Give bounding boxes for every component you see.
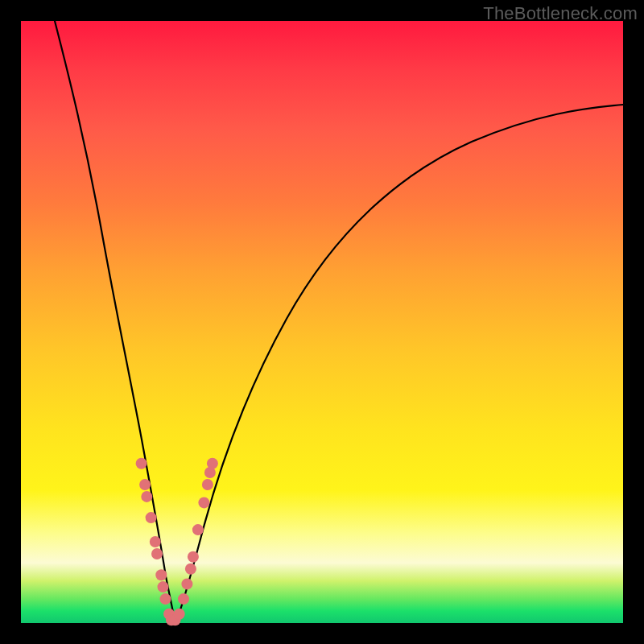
curve-right bbox=[175, 105, 623, 623]
watermark-text: TheBottleneck.com bbox=[483, 3, 638, 24]
data-point bbox=[204, 467, 216, 478]
curve-left bbox=[55, 21, 175, 623]
data-point bbox=[188, 551, 199, 563]
data-point bbox=[170, 614, 181, 625]
data-point bbox=[160, 593, 171, 605]
data-point bbox=[181, 578, 192, 589]
data-point bbox=[185, 564, 196, 575]
plot-area bbox=[21, 21, 623, 623]
data-points bbox=[136, 458, 218, 626]
data-point bbox=[198, 497, 209, 508]
data-point bbox=[146, 512, 157, 523]
data-point bbox=[174, 609, 185, 620]
curve-layer bbox=[21, 21, 623, 623]
data-point bbox=[207, 458, 218, 469]
data-point bbox=[192, 524, 204, 535]
data-point bbox=[178, 593, 189, 605]
data-point bbox=[136, 458, 147, 469]
data-point bbox=[158, 581, 169, 592]
data-point bbox=[155, 569, 167, 580]
data-point bbox=[150, 536, 161, 547]
data-point bbox=[166, 614, 177, 625]
data-point bbox=[202, 479, 213, 490]
data-point bbox=[139, 479, 151, 490]
data-point bbox=[163, 609, 175, 620]
data-point bbox=[141, 491, 152, 502]
data-point bbox=[151, 548, 163, 559]
chart-frame: TheBottleneck.com bbox=[0, 0, 644, 644]
